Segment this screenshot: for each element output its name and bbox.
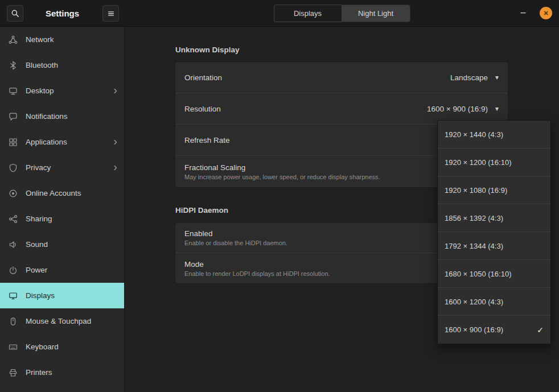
orientation-label: Orientation bbox=[184, 73, 222, 82]
sidebar-item-label: Bluetooth bbox=[26, 61, 58, 69]
menu-button[interactable] bbox=[102, 5, 119, 22]
menu-item-resolution[interactable]: 1920 × 1440 (4:3) bbox=[438, 121, 550, 148]
menu-item-label: 1600 × 1200 (4:3) bbox=[445, 298, 503, 306]
desktop-icon bbox=[9, 86, 18, 96]
section-heading-unknown-display: Unknown Display bbox=[175, 46, 240, 54]
fractional-scaling-text: Fractional Scaling May increase power us… bbox=[184, 163, 380, 180]
menu-item-label: 1856 × 1392 (4:3) bbox=[445, 214, 503, 222]
sidebar-item-privacy[interactable]: Privacy › bbox=[0, 155, 124, 180]
orientation-value: Landscape bbox=[450, 73, 488, 82]
sidebar-item-keyboard[interactable]: Keyboard bbox=[0, 334, 124, 360]
printers-icon bbox=[9, 368, 18, 377]
online-accounts-icon bbox=[9, 189, 18, 198]
menu-item-label: 1920 × 1200 (16:10) bbox=[445, 158, 511, 167]
menu-item-resolution[interactable]: 1792 × 1344 (4:3) bbox=[438, 232, 550, 260]
privacy-icon bbox=[9, 163, 18, 172]
displays-icon bbox=[9, 291, 18, 300]
hidpi-enabled-label: Enabled bbox=[184, 229, 287, 238]
sidebar-item-label: Mouse & Touchpad bbox=[26, 317, 91, 325]
bluetooth-icon bbox=[9, 61, 18, 70]
menu-item-label: 1792 × 1344 (4:3) bbox=[445, 242, 503, 250]
sidebar-item-label: Sharing bbox=[26, 214, 52, 223]
sidebar-item-sharing[interactable]: Sharing bbox=[0, 206, 124, 232]
sidebar-item-sound[interactable]: Sound bbox=[0, 232, 124, 257]
check-icon: ✓ bbox=[537, 325, 544, 335]
header-bar: Settings Displays Night Light – ✕ bbox=[0, 0, 559, 27]
hidpi-mode-text: Mode Enable to render LoDPI displays at … bbox=[184, 260, 330, 277]
sidebar-item-label: Applications bbox=[26, 138, 67, 146]
chevron-right-icon: › bbox=[113, 161, 117, 172]
menu-item-label: 1600 × 900 (16:9) bbox=[445, 325, 503, 334]
chevron-right-icon: › bbox=[113, 135, 117, 147]
menu-item-label: 1920 × 1440 (4:3) bbox=[445, 130, 503, 139]
network-icon bbox=[9, 35, 18, 44]
sidebar-item-printers[interactable]: Printers bbox=[0, 360, 124, 385]
sidebar-item-label: Printers bbox=[26, 368, 52, 377]
menu-item-label: 1920 × 1080 (16:9) bbox=[445, 186, 507, 195]
fractional-scaling-subtitle: May increase power usage, lower speed, o… bbox=[184, 174, 380, 180]
power-icon bbox=[9, 266, 18, 275]
sidebar-item-label: Desktop bbox=[26, 86, 54, 95]
sidebar-item-notifications[interactable]: Notifications bbox=[0, 104, 124, 129]
applications-icon bbox=[9, 138, 18, 147]
hamburger-icon bbox=[107, 10, 115, 18]
dropdown-arrow-icon: ▾ bbox=[495, 105, 499, 112]
tab-displays[interactable]: Displays bbox=[274, 5, 342, 22]
hidpi-mode-subtitle: Enable to render LoDPI displays at HiDPI… bbox=[184, 270, 330, 277]
menu-item-resolution[interactable]: 1920 × 1080 (16:9) bbox=[438, 176, 550, 204]
menu-item-resolution[interactable]: 1680 × 1050 (16:10) bbox=[438, 260, 550, 288]
sidebar-item-mouse-touchpad[interactable]: Mouse & Touchpad bbox=[0, 308, 124, 334]
resolution-dropdown[interactable]: 1600 × 900 (16:9) ▾ bbox=[427, 105, 499, 113]
menu-item-resolution[interactable]: 1920 × 1200 (16:10) bbox=[438, 148, 550, 176]
hidpi-mode-label: Mode bbox=[184, 260, 330, 269]
resolution-label: Resolution bbox=[184, 105, 221, 113]
sidebar-item-network[interactable]: Network bbox=[0, 27, 124, 52]
sidebar-item-online-accounts[interactable]: Online Accounts bbox=[0, 180, 124, 206]
menu-item-resolution-selected[interactable]: 1600 × 900 (16:9) ✓ bbox=[438, 316, 550, 344]
orientation-dropdown[interactable]: Landscape ▾ bbox=[450, 73, 499, 82]
sidebar-item-bluetooth[interactable]: Bluetooth bbox=[0, 52, 124, 78]
notifications-icon bbox=[9, 112, 18, 121]
sidebar-item-label: Privacy bbox=[26, 163, 51, 172]
fractional-scaling-label: Fractional Scaling bbox=[184, 163, 380, 172]
sidebar-item-label: Power bbox=[26, 266, 47, 274]
minimize-button[interactable]: – bbox=[517, 6, 529, 19]
view-switcher: Displays Night Light bbox=[125, 5, 559, 22]
close-button[interactable]: ✕ bbox=[540, 7, 552, 19]
dropdown-arrow-icon: ▾ bbox=[495, 74, 499, 81]
sidebar: Network Bluetooth Desktop › Notification… bbox=[0, 27, 125, 392]
sidebar-item-label: Online Accounts bbox=[26, 189, 81, 197]
row-orientation: Orientation Landscape ▾ bbox=[175, 62, 508, 93]
sidebar-item-label: Notifications bbox=[26, 112, 68, 121]
resolution-value: 1600 × 900 (16:9) bbox=[427, 105, 488, 113]
sidebar-item-label: Keyboard bbox=[26, 343, 59, 351]
resolution-menu-popover: 1920 × 1440 (4:3) 1920 × 1200 (16:10) 19… bbox=[437, 120, 551, 344]
sidebar-item-label: Displays bbox=[26, 291, 55, 300]
sidebar-item-desktop[interactable]: Desktop › bbox=[0, 78, 124, 104]
hidpi-enabled-subtitle: Enable or disable the HiDPI daemon. bbox=[184, 240, 287, 246]
tab-night-light[interactable]: Night Light bbox=[342, 5, 410, 22]
sidebar-item-power[interactable]: Power bbox=[0, 257, 124, 283]
sound-icon bbox=[9, 240, 18, 249]
mouse-icon bbox=[9, 317, 18, 326]
sidebar-item-displays[interactable]: Displays bbox=[0, 283, 124, 308]
menu-item-resolution[interactable]: 1856 × 1392 (4:3) bbox=[438, 204, 550, 232]
sidebar-item-label: Sound bbox=[26, 240, 48, 249]
hidpi-enabled-text: Enabled Enable or disable the HiDPI daem… bbox=[184, 229, 287, 246]
section-heading-hidpi-daemon: HiDPI Daemon bbox=[175, 206, 228, 214]
refresh-rate-label: Refresh Rate bbox=[184, 136, 230, 145]
menu-item-resolution[interactable]: 1600 × 1200 (4:3) bbox=[438, 288, 550, 316]
menu-item-label: 1680 × 1050 (16:10) bbox=[445, 270, 511, 278]
chevron-right-icon: › bbox=[113, 84, 117, 96]
sidebar-item-label: Network bbox=[26, 35, 54, 44]
sidebar-item-applications[interactable]: Applications › bbox=[0, 129, 124, 155]
keyboard-icon bbox=[9, 343, 18, 352]
sharing-icon bbox=[9, 214, 18, 224]
